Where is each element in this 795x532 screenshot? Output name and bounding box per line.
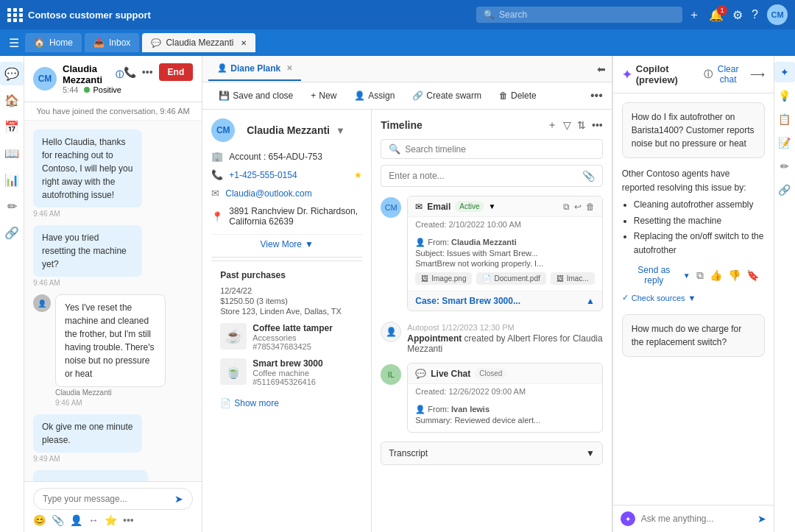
tab-close-icon[interactable]: ✕ xyxy=(241,39,247,47)
right-icon-cases[interactable]: 📋 xyxy=(774,109,795,130)
event-badge-2: Closed xyxy=(475,368,506,379)
event-chevron-icon[interactable]: ▼ xyxy=(488,202,495,210)
timeline-search-box[interactable]: 🔍 xyxy=(381,139,603,159)
assign-button[interactable]: 👤 Assign xyxy=(347,87,402,104)
phone-star-icon[interactable]: ★ xyxy=(354,170,362,180)
right-icon-compose[interactable]: ✏ xyxy=(774,156,795,177)
sidebar-icon-calendar[interactable]: 📅 xyxy=(0,115,24,138)
attachment-chip-1[interactable]: 🖼 Image.png xyxy=(415,272,472,285)
copilot-list-item-2: Resetting the machine xyxy=(634,214,765,228)
message-input[interactable] xyxy=(43,494,169,504)
sidebar-icon-edit[interactable]: ✏ xyxy=(0,194,24,218)
attachment-chip-2[interactable]: 📄 Document.pdf xyxy=(476,272,545,285)
user-avatar[interactable]: CM xyxy=(767,4,788,25)
timeline-more-icon[interactable]: ••• xyxy=(592,119,603,131)
star-tool-icon[interactable]: ⭐ xyxy=(105,514,117,526)
filter-icon[interactable]: ▽ xyxy=(563,119,571,131)
timeline-search-input[interactable] xyxy=(405,144,595,155)
user-add-icon[interactable]: 👤 xyxy=(70,514,82,526)
right-icon-links[interactable]: 🔗 xyxy=(774,180,795,200)
event-type-row-2: 💬 Live Chat Closed xyxy=(415,368,506,379)
sidebar-icon-book[interactable]: 📖 xyxy=(0,141,24,165)
more-options-icon[interactable]: ••• xyxy=(142,66,153,78)
create-swarm-button[interactable]: 🔗 Create swarm xyxy=(405,87,489,104)
location-icon: 📍 xyxy=(211,211,223,222)
messages-list: Hello Claudia, thanks for reaching out t… xyxy=(24,121,202,481)
tab-inbox[interactable]: 📥 Inbox xyxy=(85,33,139,52)
tab-home[interactable]: 🏠 Home xyxy=(25,33,82,52)
copy-response-icon[interactable]: ⧉ xyxy=(696,269,704,282)
verified-icon: ⓘ xyxy=(116,69,124,80)
note-attach-icon[interactable]: 📎 xyxy=(582,170,595,182)
action-more-icon[interactable]: ••• xyxy=(590,89,603,102)
product-info-1: Coffee latte tamper Accessories #7853476… xyxy=(252,323,333,351)
bookmark-icon[interactable]: 🔖 xyxy=(746,269,759,281)
delete-button[interactable]: 🗑 Delete xyxy=(492,87,544,104)
sidebar-icon-chart[interactable]: 📊 xyxy=(0,168,24,191)
transfer-icon[interactable]: ↔ xyxy=(88,514,99,526)
copilot-user-question-2: How much do we charge for the replacemen… xyxy=(622,314,765,357)
trash-icon[interactable]: 🗑 xyxy=(586,202,595,212)
thumbs-up-icon[interactable]: 👍 xyxy=(710,269,722,281)
new-button[interactable]: + New xyxy=(303,87,344,104)
note-input-field[interactable] xyxy=(389,171,578,181)
sidebar-icon-link[interactable]: 🔗 xyxy=(0,221,24,244)
message-5: Here are the steps to resolve the auto f… xyxy=(33,470,177,481)
hamburger-icon[interactable]: ☰ xyxy=(6,33,22,53)
reply-icon[interactable]: ↩ xyxy=(574,202,582,212)
event-meta-2: Created: 12/26/2022 09:00 AM xyxy=(408,384,602,399)
right-icon-notes[interactable]: 📝 xyxy=(774,132,795,153)
add-timeline-icon[interactable]: ＋ xyxy=(547,118,557,132)
copy-icon[interactable]: ⧉ xyxy=(563,202,570,212)
copilot-input-field[interactable] xyxy=(641,514,752,524)
sidebar-icon-home[interactable]: 🏠 xyxy=(0,88,24,112)
copilot-send-icon[interactable]: ➤ xyxy=(757,513,766,525)
chevron-down-icon[interactable]: ▼ xyxy=(336,125,345,136)
msg-time-3: 9:46 AM xyxy=(55,399,193,407)
event-avatar-1: CM xyxy=(381,197,401,218)
timeline-actions: ＋ ▽ ⇅ ••• xyxy=(547,118,603,132)
sources-chevron-icon: ▼ xyxy=(688,294,696,302)
right-icon-copilot[interactable]: ✦ xyxy=(774,62,795,82)
sub-tab-close-icon[interactable]: ✕ xyxy=(286,64,292,72)
email-value[interactable]: Claudia@outlook.com xyxy=(225,188,312,199)
attachment-chip-3[interactable]: 🖼 Imac... xyxy=(551,272,595,285)
help-icon[interactable]: ? xyxy=(752,8,758,21)
sidebar-icon-chat[interactable]: 💬 xyxy=(0,62,24,85)
settings-icon[interactable]: ⚙ xyxy=(732,8,743,22)
collapse-icon[interactable]: ⬅ xyxy=(597,63,606,75)
case-link-1[interactable]: Case: Smart Brew 3000... ▲ xyxy=(408,291,602,311)
agent-bubble-1: Hello Claudia, thanks for reaching out t… xyxy=(33,130,142,208)
attachment-icon[interactable]: 📎 xyxy=(52,514,64,526)
sort-icon[interactable]: ⇅ xyxy=(577,119,586,131)
sub-tab-diane-plank[interactable]: 👤 Diane Plank ✕ xyxy=(208,57,301,81)
emoji-icon[interactable]: 😊 xyxy=(33,514,46,526)
transcript-row[interactable]: Transcript ▼ xyxy=(381,441,603,465)
purchase-date: 12/24/22 xyxy=(220,286,353,295)
person-icon-small: 👤 xyxy=(415,238,425,247)
tab-active-conversation[interactable]: 💬 Claudia Mezzanti ✕ xyxy=(142,33,255,52)
add-icon[interactable]: ＋ xyxy=(688,7,700,23)
copilot-info-icon[interactable]: ⓘ xyxy=(704,68,713,81)
end-chat-button[interactable]: End xyxy=(159,63,194,81)
image-icon-2: 🖼 xyxy=(556,274,564,283)
copilot-expand-icon[interactable]: ⟶ xyxy=(750,68,765,80)
send-as-reply-button[interactable]: Send as reply ▼ xyxy=(628,265,690,285)
view-more-button[interactable]: View More ▼ xyxy=(211,234,362,254)
email-icon: ✉ xyxy=(211,188,219,199)
notifications-icon[interactable]: 🔔1 xyxy=(709,8,724,22)
check-sources-button[interactable]: ✓ Check sources ▼ xyxy=(622,290,765,305)
clear-chat-button[interactable]: Clear chat xyxy=(713,64,744,85)
phone-value[interactable]: +1-425-555-0154 xyxy=(229,170,297,180)
sub-tab-label: Diane Plank xyxy=(230,63,280,74)
thumbs-down-icon[interactable]: 👎 xyxy=(728,269,741,281)
timeline-title: Timeline xyxy=(381,119,423,131)
more-tools-icon[interactable]: ••• xyxy=(123,514,134,526)
send-icon[interactable]: ➤ xyxy=(174,493,183,505)
search-bar[interactable]: 🔍 Search xyxy=(476,7,682,23)
save-close-button[interactable]: 💾 Save and close xyxy=(211,87,300,104)
contact-info-panel: CM Claudia Mezzanti ▼ 🏢 Account : 654-AD… xyxy=(202,110,372,532)
show-more-button[interactable]: 📄 Show more xyxy=(220,394,353,413)
right-icon-knowledge[interactable]: 💡 xyxy=(774,85,795,106)
phone-icon[interactable]: 📞 xyxy=(124,66,136,78)
